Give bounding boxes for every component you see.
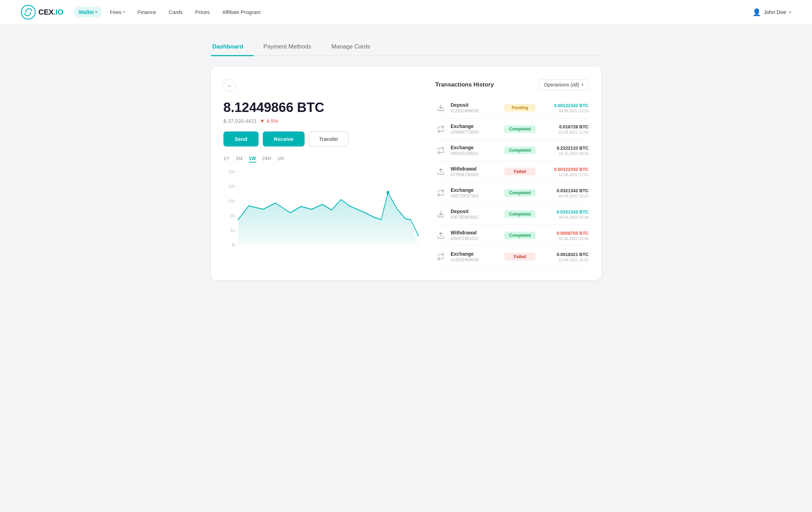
- nav-item-cards[interactable]: Cards: [164, 7, 187, 17]
- tab-payment-methods[interactable]: Payment Methods: [254, 38, 322, 56]
- transaction-info: Exchange #98287100012: [451, 145, 500, 156]
- status-badge: Completed: [504, 232, 536, 239]
- transactions-list: Deposit #12632469039 Pending 0.00122342 …: [435, 97, 589, 268]
- tab-dashboard[interactable]: Dashboard: [211, 38, 254, 56]
- svg-text:$10k: $10k: [229, 199, 235, 203]
- chart-svg: $20k $15k $10k $5k $1k $0: [223, 168, 421, 259]
- status-badge: Pending: [504, 104, 536, 112]
- transaction-id: #12632469039: [451, 108, 500, 113]
- receive-button[interactable]: Receive: [263, 131, 305, 146]
- table-row: Withdrawal #28471901012 Completed 0.0008…: [435, 225, 589, 246]
- transaction-amount-block: 0.0018321 BTC 13.04.2021 15:31: [540, 252, 589, 262]
- logo-text: CEX.IO: [38, 8, 63, 17]
- table-row: Exchange #56720027383 Completed 0.032134…: [435, 182, 589, 204]
- status-badge: Completed: [504, 146, 536, 154]
- table-row: Exchange #12632469039 Failed 0.0018321 B…: [435, 246, 589, 268]
- left-panel: ← 8.12449866 BTC $ 37,020.4421 ▼ 4.5% Se…: [223, 79, 421, 268]
- send-button[interactable]: Send: [223, 131, 259, 146]
- filter-1y[interactable]: 1Y: [223, 156, 229, 163]
- logo[interactable]: CEX.IO: [21, 5, 63, 20]
- nav-item-finance[interactable]: Finance: [133, 7, 161, 17]
- main-card: ← 8.12449866 BTC $ 37,020.4421 ▼ 4.5% Se…: [211, 67, 601, 280]
- transaction-amount-block: 0.00122342 BTC 12.05.2021 17:51: [540, 167, 589, 177]
- transaction-icon: [435, 251, 446, 262]
- page-tabs: Dashboard Payment Methods Manage Cards: [211, 38, 601, 56]
- time-filters: 1Y 1M 1W 24H 1H: [223, 156, 421, 163]
- operations-filter-dropdown[interactable]: Operanions (All) ▾: [539, 79, 589, 90]
- transaction-icon: [435, 209, 446, 220]
- price-chart: $20k $15k $10k $5k $1k $0: [223, 168, 421, 259]
- user-menu[interactable]: 👤 John Doe ▾: [752, 8, 791, 16]
- svg-point-0: [21, 5, 35, 19]
- tab-manage-cards[interactable]: Manage Cards: [322, 38, 381, 56]
- transaction-amount-block: 0.0008755 BTC 02.05.2021 19:49: [540, 231, 589, 241]
- nav-item-affiliate[interactable]: Affiliate Program: [217, 7, 266, 17]
- price-change: ▼ 4.5%: [260, 118, 278, 124]
- transactions-header: Transactions History Operanions (All) ▾: [435, 79, 589, 90]
- transaction-type: Exchange: [451, 123, 500, 129]
- navbar: CEX.IO Wallet ▾ Fees ▾ Finance Cards Pri…: [0, 0, 812, 24]
- balance-amount: 8.12449866 BTC: [223, 100, 421, 115]
- transaction-icon: [435, 123, 446, 135]
- transaction-id: #98287100012: [451, 151, 500, 156]
- status-badge: Completed: [504, 189, 536, 197]
- svg-point-13: [386, 191, 389, 194]
- svg-text:$15k: $15k: [229, 184, 235, 188]
- transaction-amount: 0.00122342 BTC: [540, 103, 589, 108]
- nav-item-fees[interactable]: Fees ▾: [105, 7, 130, 17]
- transaction-amount: 0.0008755 BTC: [540, 231, 589, 236]
- transaction-amount-block: 0.00122342 BTC 04.06.2021 13:24: [540, 103, 589, 113]
- table-row: Deposit #12632469039 Pending 0.00122342 …: [435, 97, 589, 119]
- transaction-amount: 0.0018321 BTC: [540, 252, 589, 257]
- transaction-info: Withdrawal #28471901012: [451, 230, 500, 241]
- svg-text:$1k: $1k: [230, 228, 235, 232]
- status-badge: Failed: [504, 253, 536, 261]
- fees-chevron-icon: ▾: [123, 10, 125, 14]
- table-row: Exchange #98287100012 Completed 0.222213…: [435, 140, 589, 161]
- transaction-date: 12.05.2021 17:51: [540, 173, 589, 177]
- table-row: Exchange #35699772003 Completed 0.016728…: [435, 119, 589, 140]
- transaction-amount-block: 0.0321342 BTC 04.05.2021 07:34: [540, 209, 589, 219]
- transaction-date: 16.15.2021 09:16: [540, 151, 589, 156]
- transaction-icon: [435, 166, 446, 177]
- transaction-date: 13.04.2021 15:31: [540, 258, 589, 262]
- transaction-icon: [435, 102, 446, 113]
- dropdown-chevron-icon: ▾: [581, 82, 583, 87]
- transaction-info: Deposit #36783903002: [451, 209, 500, 220]
- right-panel: Transactions History Operanions (All) ▾ …: [435, 79, 589, 268]
- transaction-amount-block: 0.0321342 BTC 04.05.2021 12:27: [540, 188, 589, 198]
- transaction-type: Deposit: [451, 102, 500, 108]
- transaction-type: Withdrawal: [451, 230, 500, 235]
- filter-24h[interactable]: 24H: [262, 156, 271, 163]
- user-icon: 👤: [752, 8, 761, 16]
- filter-1h[interactable]: 1H: [277, 156, 284, 163]
- transaction-amount: 0.00122342 BTC: [540, 167, 589, 172]
- table-row: Deposit #36783903002 Completed 0.0321342…: [435, 204, 589, 225]
- user-name: John Doe: [764, 9, 786, 15]
- nav-item-wallet[interactable]: Wallet ▾: [74, 7, 102, 17]
- nav-item-prices[interactable]: Prices: [190, 7, 215, 17]
- action-buttons: Send Receive Transfer: [223, 131, 421, 146]
- nav-links: Wallet ▾ Fees ▾ Finance Cards Prices Aff…: [74, 7, 752, 17]
- transaction-id: #36783903002: [451, 215, 500, 220]
- transaction-amount-block: 0.2222133 BTC 16.15.2021 09:16: [540, 145, 589, 156]
- transaction-id: #12632469039: [451, 257, 500, 262]
- back-button[interactable]: ←: [223, 79, 236, 92]
- page-content: Dashboard Payment Methods Manage Cards ←…: [197, 24, 615, 294]
- transaction-amount: 0.2222133 BTC: [540, 145, 589, 151]
- transaction-info: Exchange #56720027383: [451, 187, 500, 198]
- transaction-info: Deposit #12632469039: [451, 102, 500, 113]
- transaction-date: 04.05.2021 07:34: [540, 215, 589, 219]
- transaction-type: Exchange: [451, 187, 500, 193]
- filter-1m[interactable]: 1M: [236, 156, 242, 163]
- transaction-amount: 0.0321342 BTC: [540, 188, 589, 193]
- transaction-date: 04.05.2021 12:27: [540, 194, 589, 198]
- transaction-info: Exchange #12632469039: [451, 251, 500, 262]
- balance-fiat: $ 37,020.4421 ▼ 4.5%: [223, 118, 421, 124]
- transaction-amount: 0.0321342 BTC: [540, 209, 589, 214]
- status-badge: Completed: [504, 210, 536, 218]
- wallet-chevron-icon: ▾: [95, 10, 97, 14]
- transaction-icon: [435, 187, 446, 198]
- filter-1w[interactable]: 1W: [249, 156, 256, 163]
- transfer-button[interactable]: Transfer: [309, 131, 348, 146]
